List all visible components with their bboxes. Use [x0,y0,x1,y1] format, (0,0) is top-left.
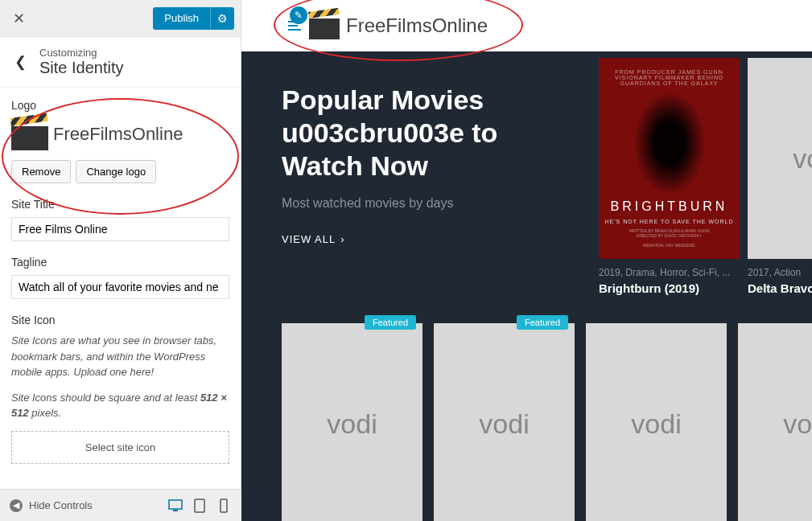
mobile-device-button[interactable] [216,498,232,514]
close-button[interactable]: ✕ [6,6,31,31]
customizing-label: Customizing [39,47,124,59]
chevron-right-icon: › [340,233,344,245]
tagline-field: Tagline [11,256,229,299]
site-title-input[interactable] [11,217,229,241]
movie-poster-placeholder: vodi [738,323,812,521]
section-title: Site Identity [39,59,124,77]
site-title-field: Site Title [11,198,229,241]
movie-poster: FROM PRODUCER JAMES GUNNVISIONARY FILMMA… [599,58,740,259]
poster-credits-bottom: WRITTEN BY BRIAN GUNN & MARK GUNNDIRECTE… [629,228,709,248]
logo-preview: FreeFilmsOnline [11,118,229,150]
preview-header: ✎ FreeFilmsOnline [241,0,812,51]
featured-badge: Featured [365,315,416,330]
poster-credits: FROM PRODUCER JAMES GUNNVISIONARY FILMMA… [604,69,735,86]
svg-rect-1 [173,510,178,511]
movie-card[interactable]: Featured vodi [434,323,575,521]
movie-poster-placeholder: vodi [434,323,575,521]
clapperboard-icon [309,12,340,39]
section-titles: Customizing Site Identity [39,47,124,77]
remove-logo-button[interactable]: Remove [11,160,71,183]
movie-card[interactable]: vodi 2017, Action Delta Bravo [748,58,812,295]
section-header: ❮ Customizing Site Identity [0,37,241,88]
logo-field: Logo FreeFilmsOnline Remove Change logo [11,99,229,183]
movie-poster-placeholder: vodi [748,58,812,259]
site-title-label: Site Title [11,198,229,211]
movie-card[interactable]: FROM PRODUCER JAMES GUNNVISIONARY FILMMA… [599,58,740,295]
preview-logo-text: FreeFilmsOnline [346,14,488,37]
poster-tagline: HE'S NOT HERE TO SAVE THE WORLD [604,219,733,224]
back-button[interactable]: ❮ [11,50,30,74]
hero-section: Popular Movies u003cbru003e to Watch Now… [241,51,812,521]
svg-rect-2 [195,499,204,512]
site-icon-help1: Site Icons are what you see in browser t… [11,333,229,380]
logo-buttons: Remove Change logo [11,160,229,183]
movie-card[interactable]: vodi [586,323,727,521]
site-icon-field: Site Icon Site Icons are what you see in… [11,314,229,464]
publish-group: Publish ⚙ [153,7,234,30]
clapperboard-icon [11,118,48,150]
featured-row: Featured vodi Featured vodi vodi Feat vo… [282,323,812,521]
movie-poster-placeholder: vodi [586,323,727,521]
view-all-label: VIEW ALL [282,233,336,245]
site-icon-help2: Site Icons should be square and at least… [11,390,229,421]
view-all-link[interactable]: VIEW ALL › [282,233,345,245]
sidebar-footer: ◀ Hide Controls [0,489,241,521]
tagline-input[interactable] [11,275,229,299]
tagline-label: Tagline [11,256,229,269]
svg-rect-3 [221,499,227,512]
logo-label: Logo [11,99,229,112]
change-logo-button[interactable]: Change logo [76,160,156,183]
poster-title: BRIGHTBURN [611,199,728,214]
hero-title: Popular Movies u003cbru003e to Watch Now [282,84,555,182]
tablet-device-button[interactable] [192,498,208,514]
poster-figure [633,91,706,195]
panel-body: Logo FreeFilmsOnline Remove Change logo … [0,88,241,490]
select-site-icon-button[interactable]: Select site icon [11,431,229,464]
hide-controls-button[interactable]: ◀ Hide Controls [10,499,93,512]
device-toggles [167,498,232,514]
preview-logo[interactable]: FreeFilmsOnline [286,12,488,39]
movie-title: Delta Bravo [748,281,812,295]
movie-meta: 2017, Action [748,267,812,278]
desktop-device-button[interactable] [167,498,183,514]
help2c: pixels. [29,407,61,419]
featured-badge: Featured [517,315,568,330]
hide-controls-label: Hide Controls [29,499,93,511]
svg-rect-0 [169,500,182,509]
movie-meta: 2019, Drama, Horror, Sci-Fi, ... [599,267,740,278]
edit-shortcut-icon[interactable]: ✎ [290,6,307,24]
movie-card[interactable]: Feat vodi [738,323,812,521]
help2a: Site Icons should be square and at least [11,392,200,404]
movie-title: Brightburn (2019) [599,281,740,295]
customizer-sidebar: ✕ Publish ⚙ ❮ Customizing Site Identity … [0,0,241,521]
publish-settings-button[interactable]: ⚙ [210,7,234,30]
movie-poster-placeholder: vodi [282,323,422,521]
publish-button[interactable]: Publish [153,7,210,30]
movie-card[interactable]: Featured vodi [282,323,422,521]
site-icon-label: Site Icon [11,314,229,326]
logo-text: FreeFilmsOnline [53,124,183,145]
site-preview: ✎ FreeFilmsOnline Popular Movies u003cbr… [241,0,812,521]
collapse-icon: ◀ [10,499,23,512]
sidebar-top-bar: ✕ Publish ⚙ [0,0,241,37]
